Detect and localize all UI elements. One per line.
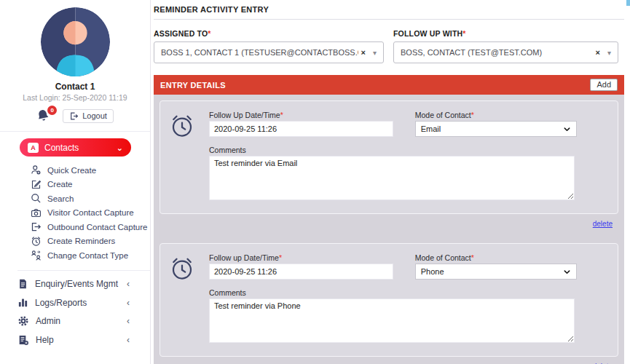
- chevron-left-icon: ‹: [127, 298, 130, 308]
- follow-up-with-group: FOLLOW UP WITH* BOSS, CONTACT (TEST@TEST…: [393, 29, 618, 63]
- add-entry-button[interactable]: Add: [590, 79, 618, 91]
- mode-of-contact-group: Mode of Contact* Email: [415, 111, 577, 137]
- dropdown-caret-icon[interactable]: ▾: [373, 49, 377, 57]
- card-gap: [160, 234, 618, 243]
- chevron-left-icon: ‹: [127, 335, 130, 345]
- sidebar-sections: Enquiry/Events Mgmt ‹ Logs/Reports ‹ Adm…: [17, 270, 150, 349]
- sidebar-item-contacts[interactable]: A Contacts ⌄: [20, 138, 131, 157]
- entry-details-header: ENTRY DETAILS Add: [154, 75, 624, 95]
- required-asterisk: *: [208, 29, 210, 38]
- contact-book-icon: A: [28, 143, 39, 153]
- required-asterisk: *: [279, 253, 282, 262]
- follow-up-with-label: FOLLOW UP WITH*: [393, 29, 618, 38]
- submenu-label: Create Reminders: [47, 237, 115, 245]
- entry-icon-col: [169, 111, 209, 203]
- chevron-left-icon: ‹: [127, 279, 130, 289]
- app-window: Contact 1 Last Login: 25-Sep-2020 11:19 …: [0, 0, 630, 364]
- mode-of-contact-select[interactable]: Phone: [415, 264, 577, 280]
- follow-up-with-value: BOSS, CONTACT (TEST@TEST.COM): [401, 48, 593, 57]
- search-icon: [31, 193, 42, 204]
- comments-group: Comments Test reminder via Phone: [209, 288, 609, 346]
- submenu-label: Visitor Contact Capture: [47, 208, 134, 217]
- sidebar-item-create-reminders[interactable]: Create Reminders: [31, 234, 150, 249]
- top-form: ASSIGNED TO* BOSS 1, CONTACT 1 (TESTUSER…: [154, 29, 624, 63]
- entry-card: Follow up Date/Time* Mode of Contact* Ph…: [160, 243, 618, 357]
- sidebar-item-outbound-contact-capture[interactable]: Outbound Contact Capture: [31, 220, 150, 234]
- sidebar-divider: [0, 131, 150, 132]
- contacts-menu-label: Contacts: [44, 143, 117, 153]
- section-label: Logs/Reports: [35, 298, 120, 308]
- user-name: Contact 1: [0, 82, 150, 92]
- entry-icon-col: [169, 253, 209, 346]
- sidebar-item-visitor-contact-capture[interactable]: Visitor Contact Capture: [31, 206, 150, 221]
- comments-label: Comments: [209, 146, 609, 154]
- contacts-submenu: Quick Create Create Search Visitor Conta…: [31, 163, 150, 263]
- follow-up-date-label: Follow Up Date/Time*: [209, 111, 393, 119]
- assigned-to-group: ASSIGNED TO* BOSS 1, CONTACT 1 (TESTUSER…: [154, 29, 384, 63]
- assigned-to-value: BOSS 1, CONTACT 1 (TESTUSER@CONTACTBOSS.…: [161, 48, 358, 57]
- alarm-clock-icon: [31, 236, 42, 247]
- document-icon: [17, 278, 28, 290]
- submenu-label: Quick Create: [47, 166, 96, 175]
- logout-button[interactable]: Logout: [63, 109, 114, 123]
- follow-up-date-group: Follow up Date/Time*: [209, 253, 393, 280]
- follow-up-date-input[interactable]: [209, 264, 393, 280]
- sidebar-item-logs-reports[interactable]: Logs/Reports ‹: [17, 293, 150, 312]
- mode-of-contact-label-text: Mode of Contact: [415, 111, 471, 119]
- sidebar-item-enquiry-events-mgmt[interactable]: Enquiry/Events Mgmt ‹: [17, 275, 150, 294]
- mode-of-contact-group: Mode of Contact* Phone: [415, 253, 577, 280]
- delete-entry-link[interactable]: delete: [593, 220, 613, 228]
- chevron-left-icon: ‹: [127, 316, 130, 326]
- follow-up-date-label-text: Follow Up Date/Time: [209, 111, 280, 119]
- chevron-down-icon: ⌄: [117, 144, 123, 151]
- notification-badge: 0: [47, 106, 57, 115]
- comments-textarea[interactable]: Test reminder via Phone: [209, 298, 575, 343]
- entry-content: Follow Up Date/Time* Mode of Contact* Em…: [209, 111, 609, 203]
- help-book-icon: [17, 334, 29, 346]
- assigned-to-label-text: ASSIGNED TO: [154, 29, 208, 38]
- required-asterisk: *: [471, 111, 474, 119]
- entry-card: Follow Up Date/Time* Mode of Contact* Em…: [160, 100, 618, 214]
- mode-of-contact-label: Mode of Contact*: [415, 253, 577, 262]
- submenu-label: Create: [47, 180, 73, 189]
- export-icon: [31, 221, 42, 232]
- person-add-icon: [31, 165, 42, 175]
- mode-of-contact-label-text: Mode of Contact: [415, 253, 471, 262]
- required-asterisk: *: [462, 29, 465, 38]
- notifications-bell-icon[interactable]: 0: [36, 108, 52, 123]
- follow-up-date-input[interactable]: [209, 121, 393, 137]
- last-login: Last Login: 25-Sep-2020 11:19: [0, 93, 150, 102]
- required-asterisk: *: [280, 111, 283, 119]
- comments-label: Comments: [209, 288, 609, 297]
- assigned-to-select[interactable]: BOSS 1, CONTACT 1 (TESTUSER@CONTACTBOSS.…: [154, 41, 384, 63]
- sidebar-item-admin[interactable]: Admin ‹: [17, 312, 150, 331]
- delete-row: delete: [160, 214, 618, 234]
- mode-of-contact-label: Mode of Contact*: [415, 111, 577, 119]
- assigned-to-label: ASSIGNED TO*: [154, 29, 384, 38]
- clear-icon[interactable]: ×: [358, 48, 369, 57]
- camera-icon: [31, 207, 42, 218]
- avatar: [0, 7, 150, 76]
- sidebar-item-create[interactable]: Create: [31, 178, 150, 192]
- page-title: REMINDER ACTIVITY ENTRY: [154, 0, 624, 20]
- sidebar-item-change-contact-type[interactable]: Change Contact Type: [31, 248, 150, 263]
- scrollbar-fragment: [626, 0, 630, 6]
- mode-of-contact-value: Phone: [421, 267, 563, 276]
- clear-icon[interactable]: ×: [593, 48, 603, 57]
- alarm-clock-icon: [169, 113, 195, 139]
- sidebar-item-search[interactable]: Search: [31, 191, 150, 206]
- edit-icon: [31, 179, 42, 190]
- follow-up-with-select[interactable]: BOSS, CONTACT (TEST@TEST.COM) × ▾: [393, 41, 618, 63]
- section-label: Help: [36, 335, 120, 345]
- mode-of-contact-select[interactable]: Email: [415, 121, 577, 137]
- entry-details-title: ENTRY DETAILS: [160, 81, 590, 90]
- chevron-down-icon: [563, 125, 571, 133]
- sidebar-item-help[interactable]: Help ‹: [17, 331, 150, 349]
- section-label: Admin: [36, 316, 120, 326]
- chevron-down-icon: [563, 268, 571, 276]
- sidebar-item-quick-create[interactable]: Quick Create: [31, 163, 150, 178]
- comments-textarea[interactable]: Test reminder via Email: [209, 156, 575, 200]
- dropdown-caret-icon[interactable]: ▾: [607, 49, 611, 57]
- entry-cards: Follow Up Date/Time* Mode of Contact* Em…: [154, 95, 624, 364]
- alarm-clock-icon: [169, 256, 195, 282]
